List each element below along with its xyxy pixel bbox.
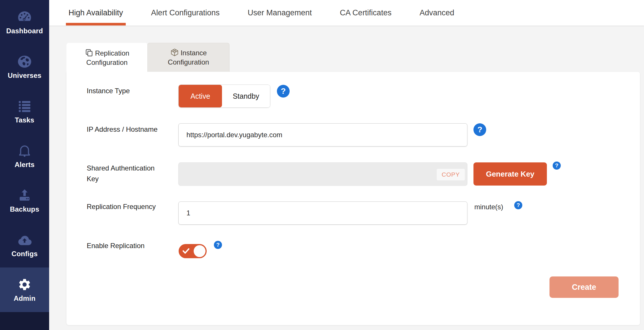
sidebar-item-label: Admin xyxy=(14,294,36,302)
instance-type-active-button[interactable]: Active xyxy=(179,85,222,107)
check-icon xyxy=(182,248,190,254)
enable-replication-help-icon[interactable]: ? xyxy=(214,241,222,249)
ip-address-label: IP Address / Hostname xyxy=(87,124,160,135)
sidebar-item-backups[interactable]: Backups xyxy=(0,178,49,223)
instance-type-standby-button[interactable]: Standby xyxy=(222,85,270,107)
instance-type-label: Instance Type xyxy=(87,85,160,96)
sidebar-item-label: Backups xyxy=(10,205,39,213)
instance-type-segmented-control: Active Standby xyxy=(178,85,270,108)
sidebar-item-tasks[interactable]: Tasks xyxy=(0,89,49,134)
sidebar-item-label: Universes xyxy=(8,72,42,80)
gear-icon xyxy=(17,277,32,292)
copy-pages-icon xyxy=(85,48,93,57)
ha-sub-tabs: Replication Configuration Instance Confi… xyxy=(66,43,230,72)
replication-frequency-label: Replication Frequency xyxy=(87,201,160,212)
sidebar-item-label: Tasks xyxy=(15,116,34,124)
generate-key-button[interactable]: Generate Key xyxy=(473,162,547,186)
admin-tab-bar: High Availability Alert Configurations U… xyxy=(49,0,644,25)
replication-configuration-panel: Instance Type Active Standby ? IP Addres… xyxy=(66,72,640,325)
enable-replication-label: Enable Replication xyxy=(87,240,160,251)
tab-user-management[interactable]: User Management xyxy=(248,0,312,25)
sidebar-item-admin[interactable]: Admin xyxy=(0,267,49,312)
copy-key-button[interactable]: COPY xyxy=(437,169,465,180)
tab-instance-configuration[interactable]: Instance Configuration xyxy=(147,43,230,72)
sidebar-item-label: Dashboard xyxy=(6,27,43,35)
dashboard-gauge-icon xyxy=(17,10,32,24)
globe-icon xyxy=(17,54,32,69)
sidebar: Dashboard Universes Tasks xyxy=(0,0,49,330)
instance-type-help-icon[interactable]: ? xyxy=(277,85,290,98)
sidebar-item-universes[interactable]: Universes xyxy=(0,45,49,89)
task-list-icon xyxy=(17,99,32,113)
tab-replication-configuration[interactable]: Replication Configuration xyxy=(66,43,147,72)
tab-advanced[interactable]: Advanced xyxy=(419,0,454,25)
ip-address-input[interactable] xyxy=(178,123,467,146)
sidebar-item-label: Configs xyxy=(12,250,38,258)
tab-ca-certificates[interactable]: CA Certificates xyxy=(340,0,392,25)
shared-key-help-icon[interactable]: ? xyxy=(553,162,561,170)
upload-icon xyxy=(17,188,32,203)
sidebar-item-dashboard[interactable]: Dashboard xyxy=(0,0,49,45)
ip-address-help-icon[interactable]: ? xyxy=(473,123,486,136)
bell-icon xyxy=(17,144,32,158)
tab-alert-configurations[interactable]: Alert Configurations xyxy=(151,0,220,25)
replication-frequency-input[interactable] xyxy=(178,201,467,225)
sidebar-item-label: Alerts xyxy=(14,161,34,169)
sidebar-item-configs[interactable]: Configs xyxy=(0,223,49,267)
shared-key-label: Shared Authentication Key xyxy=(87,163,160,184)
frequency-unit-label: minute(s) xyxy=(474,203,503,211)
frequency-help-icon[interactable]: ? xyxy=(514,201,522,209)
shared-key-input xyxy=(178,162,467,186)
cloud-upload-icon xyxy=(17,233,32,247)
toggle-knob xyxy=(194,245,206,257)
cube-icon xyxy=(170,48,179,57)
enable-replication-toggle[interactable] xyxy=(179,244,207,258)
tab-high-availability[interactable]: High Availability xyxy=(69,0,123,25)
create-button[interactable]: Create xyxy=(549,276,619,298)
sidebar-item-alerts[interactable]: Alerts xyxy=(0,134,49,178)
